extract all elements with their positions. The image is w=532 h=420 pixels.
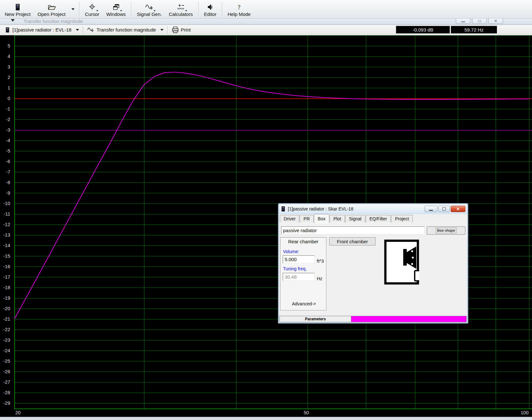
toolbar-group: CursorWindows <box>80 0 130 18</box>
project-selector[interactable]: [1]passive radiator : EVL-18 <box>3 27 81 33</box>
main-toolbar: New ProjectOpen ProjectCursorWindowsSign… <box>0 0 532 18</box>
toolbar-group: Editor <box>199 0 221 18</box>
sine-wave-icon <box>87 27 95 33</box>
editor-icon <box>206 3 214 11</box>
signal-gen-label: Signal Gen. <box>137 11 162 17</box>
tuning-unit: Hz <box>317 276 322 281</box>
child-window-title: Transfer function magnitude <box>24 18 83 24</box>
child-window-titlebar: Transfer function magnitude ✕ <box>0 18 532 25</box>
minimize-icon <box>429 210 433 211</box>
new-project-button[interactable]: New Project <box>1 0 34 18</box>
plot-type-selector[interactable]: Transfer function magnitude <box>85 27 165 33</box>
parameters-status: Parameters <box>280 316 351 322</box>
tab-pr[interactable]: PR <box>300 215 313 223</box>
chevron-down-icon <box>185 10 187 11</box>
window-bottom-edge <box>0 417 532 420</box>
open-project-button[interactable]: Open Project <box>34 0 69 18</box>
project-icon <box>5 27 10 33</box>
cursor-icon <box>88 3 96 11</box>
toolbar-separator <box>198 2 199 16</box>
calculators-icon <box>177 3 185 11</box>
editor-button[interactable]: Editor <box>200 0 220 18</box>
front-chamber-label: Front chamber <box>337 239 368 244</box>
dialog-restore-button[interactable] <box>438 206 450 212</box>
svg-text:?: ? <box>238 4 240 11</box>
plot-type-selector-label: Transfer function magnitude <box>97 27 156 32</box>
windows-icon <box>112 3 120 11</box>
chevron-down-icon[interactable] <box>71 8 75 10</box>
tab-box[interactable]: Box <box>314 214 329 223</box>
toolbar-separator <box>131 2 131 16</box>
editor-label: Editor <box>204 11 216 17</box>
tab-project[interactable]: Project <box>391 215 413 223</box>
toolbar-separator <box>222 2 222 16</box>
tab-plot[interactable]: Plot <box>330 215 345 223</box>
toolbar-separator <box>167 26 168 34</box>
passive-radiator-dialog: [1]passive radiator : Skar EVL-18 ✕ Driv… <box>278 203 468 324</box>
tab-eq-filter[interactable]: EQ/Filter <box>366 215 391 223</box>
toolbar-separator <box>79 2 79 16</box>
chevron-down-icon <box>154 10 156 11</box>
help-icon: ? <box>236 3 242 11</box>
box-shape-button-label: Box shape <box>436 228 456 233</box>
cursor-button[interactable]: Cursor <box>81 0 103 18</box>
tab-signal[interactable]: Signal <box>345 215 365 223</box>
cursor-magnitude-readout: -0.093 dB <box>396 26 450 34</box>
box-shape-button[interactable]: Box shape <box>427 226 465 235</box>
chevron-down-icon[interactable] <box>160 29 164 31</box>
tuning-freq-label: Tuning freq. <box>283 266 307 271</box>
toolbar-group: Signal Gen.Calculators <box>132 0 197 18</box>
child-window-icon <box>11 19 15 22</box>
child-restore-button[interactable] <box>472 18 487 24</box>
dialog-close-button[interactable]: ✕ <box>451 206 465 212</box>
child-close-button[interactable]: ✕ <box>488 18 503 24</box>
volume-unit: ft^3 <box>317 259 324 264</box>
dialog-title: [1]passive radiator : Skar EVL-18 <box>288 206 353 211</box>
help-mode-button[interactable]: ?Help Mode <box>224 0 254 18</box>
volume-label: Volume: <box>283 249 299 254</box>
box-cross-section-diagram <box>384 239 419 285</box>
dialog-icon <box>281 206 286 212</box>
tuning-freq-input[interactable] <box>283 273 315 281</box>
dialog-tab-strip: DriverPRBoxPlotSignalEQ/FilterProject <box>279 214 467 223</box>
cursor-frequency-readout: 59.72 Hz <box>451 26 497 34</box>
chevron-down-icon <box>120 10 122 11</box>
new-project-label: New Project <box>5 11 31 17</box>
dialog-minimize-button[interactable] <box>425 206 437 212</box>
restore-icon <box>478 20 481 22</box>
chevron-down-icon <box>96 10 98 11</box>
advanced-link[interactable]: Advanced-> <box>292 301 316 306</box>
calculators-button[interactable]: Calculators <box>165 0 196 18</box>
windows-label: Windows <box>106 11 126 17</box>
rear-chamber-tab[interactable]: Rear chamber <box>280 237 326 246</box>
front-chamber-tab[interactable]: Front chamber <box>329 237 375 246</box>
plot-toolbar: [1]passive radiator : EVL-18 Transfer fu… <box>0 25 532 35</box>
toolbar-group: ?Help Mode <box>223 0 256 18</box>
rear-chamber-label: Rear chamber <box>288 239 318 244</box>
project-selector-label: [1]passive radiator : EVL-18 <box>12 27 71 32</box>
print-button-label: Print <box>181 27 191 32</box>
calculators-label: Calculators <box>169 11 193 17</box>
signal-gen-icon <box>145 3 153 11</box>
project-name-field[interactable] <box>281 226 425 234</box>
close-icon: ✕ <box>456 207 460 211</box>
tab-driver[interactable]: Driver <box>280 215 299 223</box>
open-project-label: Open Project <box>38 11 66 17</box>
child-minimize-button[interactable] <box>456 18 470 24</box>
toolbar-separator <box>83 26 83 34</box>
windows-button[interactable]: Windows <box>103 0 129 18</box>
dialog-content: Box shape Rear chamber Front chamber Vol… <box>279 223 467 316</box>
dialog-statusbar: Parameters <box>279 316 467 323</box>
print-icon <box>171 26 179 33</box>
chevron-down-icon[interactable] <box>76 29 79 31</box>
dialog-titlebar[interactable]: [1]passive radiator : Skar EVL-18 ✕ <box>279 204 467 214</box>
restore-icon <box>442 207 446 210</box>
minimize-icon <box>461 21 465 22</box>
new-project-icon <box>14 3 21 11</box>
help-mode-label: Help Mode <box>228 11 251 17</box>
print-button[interactable]: Print <box>170 26 193 33</box>
toolbar-group: New ProjectOpen Project <box>0 0 78 18</box>
close-icon: ✕ <box>494 20 497 22</box>
signal-gen-button[interactable]: Signal Gen. <box>133 0 165 18</box>
volume-input[interactable] <box>283 255 315 263</box>
